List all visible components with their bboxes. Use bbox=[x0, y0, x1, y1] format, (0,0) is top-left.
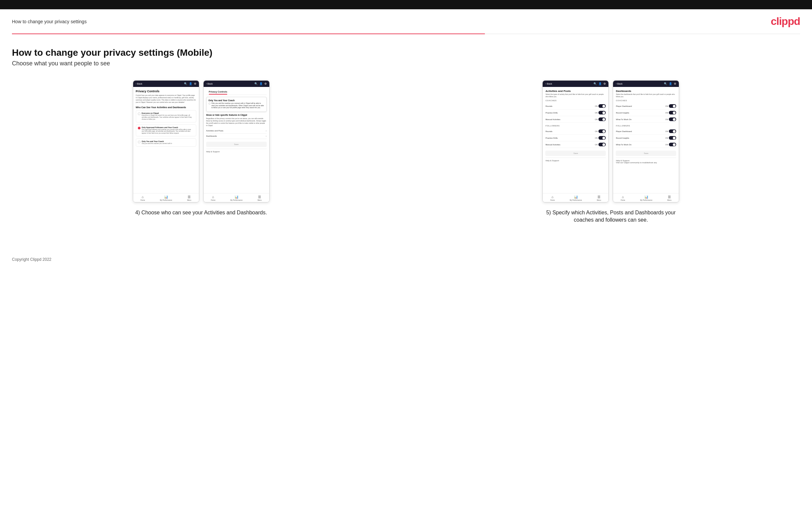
phone4-back[interactable]: ‹ Back bbox=[616, 82, 622, 85]
radio-option-coach-only[interactable]: Only You and Your Coach Only you and the… bbox=[136, 138, 196, 147]
phone4-title: Dashboards bbox=[616, 90, 676, 93]
phone3-drills-followers[interactable]: Practice Drills ON bbox=[545, 135, 606, 142]
person-icon[interactable]: 👤 bbox=[189, 82, 192, 85]
top-bar bbox=[0, 0, 812, 9]
home-icon-2: ⌂ bbox=[212, 195, 214, 199]
menu-icon: ☰ bbox=[188, 195, 191, 199]
search-icon-3[interactable]: 🔍 bbox=[594, 82, 597, 85]
phone3-rounds-coaches[interactable]: Rounds ON bbox=[545, 103, 606, 110]
phone2-home-btn[interactable]: ⌂ Home bbox=[211, 195, 215, 201]
phone2-bottom-bar: ⌂ Home 📊 My Performance ☰ Menu bbox=[204, 193, 269, 202]
dashboards-row[interactable]: Dashboards › bbox=[206, 134, 267, 139]
copyright-text: Copyright Clippd 2022 bbox=[12, 257, 51, 262]
phone3-desc: Select the types of activity that you'd … bbox=[545, 93, 606, 98]
left-screenshot-group: ‹ Back 🔍 👤 ⚙ Privacy Controls Control ho… bbox=[12, 80, 390, 216]
phone-1: ‹ Back 🔍 👤 ⚙ Privacy Controls Control ho… bbox=[133, 80, 199, 203]
phone3-menu-btn[interactable]: ☰ Menu bbox=[597, 195, 601, 201]
phone3-followers-label: FOLLOWERS bbox=[545, 125, 606, 127]
phone3-manual-coaches[interactable]: Manual Activities ON bbox=[545, 116, 606, 123]
phone2-nav-icons: 🔍 👤 ⚙ bbox=[254, 82, 267, 85]
phone2-save-btn[interactable]: Save bbox=[206, 142, 267, 147]
phone4-what-to-work-followers[interactable]: What To Work On ON bbox=[616, 142, 676, 148]
main-content: How to change your privacy settings (Mob… bbox=[0, 34, 812, 244]
radio-text-coach-only: Only You and Your Coach Only you and the… bbox=[142, 140, 172, 145]
right-caption: 5) Specify which Activities, Posts and D… bbox=[541, 209, 680, 224]
phone3-performance-btn[interactable]: 📊 My Performance bbox=[570, 195, 582, 201]
phone3-save-btn[interactable]: Save bbox=[545, 151, 606, 156]
toggle-rounds-followers[interactable] bbox=[599, 129, 606, 133]
phone4-help: Help & Support Visit our Clippd communit… bbox=[616, 158, 676, 164]
toggle-player-dash-coaches[interactable] bbox=[669, 104, 676, 108]
phone3-drills-coaches[interactable]: Practice Drills ON bbox=[545, 110, 606, 116]
toggle-round-insights-followers[interactable] bbox=[669, 136, 676, 140]
phone4-menu-btn[interactable]: ☰ Menu bbox=[667, 195, 671, 201]
page-subtitle: Choose what you want people to see bbox=[12, 60, 800, 67]
home-icon-3: ⌂ bbox=[552, 195, 554, 199]
phone4-player-dash-followers[interactable]: Player Dashboard ON bbox=[616, 128, 676, 135]
toggle-what-to-work-followers[interactable] bbox=[669, 143, 676, 146]
phone4-home-btn[interactable]: ⌂ Home bbox=[621, 195, 625, 201]
toggle-player-dash-followers[interactable] bbox=[669, 129, 676, 133]
phone4-round-insights-followers[interactable]: Round Insights ON bbox=[616, 135, 676, 142]
phone3-back[interactable]: ‹ Back bbox=[545, 82, 552, 85]
phone4-player-dash-coaches[interactable]: Player Dashboard ON bbox=[616, 103, 676, 110]
phone1-menu-btn[interactable]: ☰ Menu bbox=[187, 195, 191, 201]
search-icon[interactable]: 🔍 bbox=[184, 82, 187, 85]
toggle-manual-followers[interactable] bbox=[599, 143, 606, 146]
toggle-drills-followers[interactable] bbox=[599, 136, 606, 140]
popup-desc: Only you and the coaches you connect wit… bbox=[211, 102, 264, 109]
activities-posts-row[interactable]: Activities and Posts › bbox=[206, 128, 267, 134]
toggle-drills-coaches[interactable] bbox=[599, 111, 606, 114]
phones-row-left: ‹ Back 🔍 👤 ⚙ Privacy Controls Control ho… bbox=[133, 80, 270, 203]
right-screenshot-group: ‹ Back 🔍 👤 ⚙ Activities and Posts Select… bbox=[422, 80, 800, 224]
phone1-back[interactable]: ‹ Back bbox=[136, 82, 143, 85]
search-icon-4[interactable]: 🔍 bbox=[664, 82, 667, 85]
menu-icon-3: ☰ bbox=[598, 195, 601, 199]
phone1-performance-btn[interactable]: 📊 My Performance bbox=[160, 195, 172, 201]
search-icon-2[interactable]: 🔍 bbox=[254, 82, 258, 85]
phone2-tab[interactable]: Privacy Controls bbox=[209, 90, 227, 95]
phone3-rounds-followers[interactable]: Rounds ON bbox=[545, 128, 606, 135]
radio-option-everyone[interactable]: Everyone on Clippd Everyone on Clippd ca… bbox=[136, 110, 196, 122]
phone4-followers-label: FOLLOWERS bbox=[616, 125, 676, 127]
phone1-navbar: ‹ Back 🔍 👤 ⚙ bbox=[133, 80, 199, 87]
phone3-home-btn[interactable]: ⌂ Home bbox=[550, 195, 555, 201]
phone3-manual-followers[interactable]: Manual Activities ON bbox=[545, 142, 606, 148]
footer: Copyright Clippd 2022 bbox=[0, 250, 812, 269]
phone1-home-btn[interactable]: ⌂ Home bbox=[141, 195, 145, 201]
toggle-rounds-coaches[interactable] bbox=[599, 104, 606, 108]
chart-icon-3: 📊 bbox=[574, 195, 578, 199]
settings-icon-4[interactable]: ⚙ bbox=[674, 82, 676, 85]
settings-icon-3[interactable]: ⚙ bbox=[603, 82, 606, 85]
phone2-content: Privacy Controls Only You and Your Coach… bbox=[204, 87, 269, 193]
toggle-round-insights-coaches[interactable] bbox=[669, 111, 676, 114]
toggle-what-to-work-coaches[interactable] bbox=[669, 117, 676, 121]
phone4-nav-icons: 🔍 👤 ⚙ bbox=[664, 82, 676, 85]
phone2-help: Help & Support bbox=[206, 149, 267, 153]
person-icon-2[interactable]: 👤 bbox=[259, 82, 263, 85]
radio-option-followers[interactable]: Only Approved Followers and Your Coach O… bbox=[136, 124, 196, 137]
phone2-popup: Only You and Your Coach Only you and the… bbox=[206, 97, 267, 112]
phone4-coaches-label: COACHES bbox=[616, 100, 676, 102]
phone4-save-btn[interactable]: Save bbox=[616, 151, 676, 156]
radio-circle-coach-only bbox=[138, 141, 141, 143]
phone4-performance-btn[interactable]: 📊 My Performance bbox=[640, 195, 653, 201]
chart-icon-4: 📊 bbox=[644, 195, 648, 199]
phone2-navbar: ‹ Back 🔍 👤 ⚙ bbox=[204, 80, 269, 87]
phone4-help-desc: Visit our Clippd community to troublesho… bbox=[616, 162, 676, 164]
settings-icon[interactable]: ⚙ bbox=[194, 82, 196, 85]
header: How to change your privacy settings clip… bbox=[0, 9, 812, 34]
popup-radio bbox=[209, 103, 211, 105]
person-icon-4[interactable]: 👤 bbox=[669, 82, 672, 85]
toggle-manual-coaches[interactable] bbox=[599, 117, 606, 121]
phone4-round-insights-coaches[interactable]: Round Insights ON bbox=[616, 110, 676, 116]
phone4-what-to-work-coaches[interactable]: What To Work On ON bbox=[616, 116, 676, 123]
phone2-back[interactable]: ‹ Back bbox=[206, 82, 213, 85]
radio-circle-followers bbox=[138, 127, 141, 129]
person-icon-3[interactable]: 👤 bbox=[599, 82, 602, 85]
phone2-performance-btn[interactable]: 📊 My Performance bbox=[231, 195, 243, 201]
settings-icon-2[interactable]: ⚙ bbox=[264, 82, 267, 85]
phone1-desc: Control how you and your data appears to… bbox=[136, 94, 196, 104]
activities-posts-label: Activities and Posts bbox=[206, 130, 223, 132]
phone2-menu-btn[interactable]: ☰ Menu bbox=[257, 195, 262, 201]
